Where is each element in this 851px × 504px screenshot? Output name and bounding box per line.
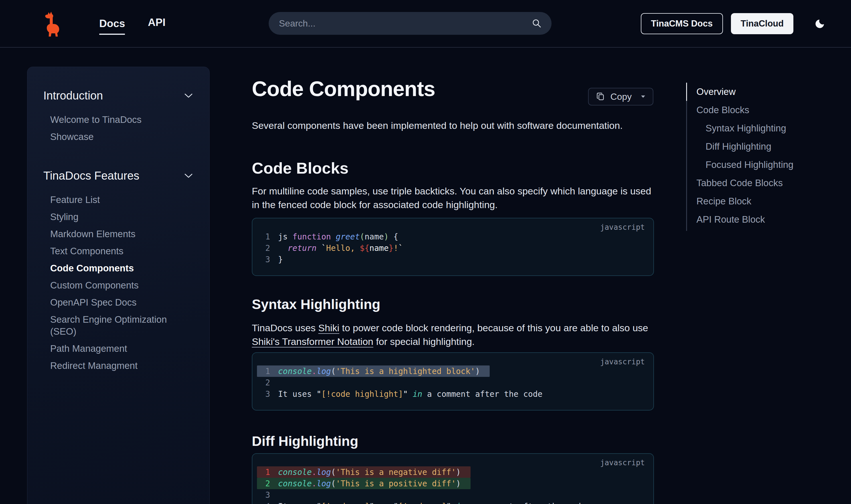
sidebar-item-text-components[interactable]: Text Components xyxy=(50,242,190,260)
sidebar-item-path-management[interactable]: Path Management xyxy=(50,340,190,357)
code-line: 4It uses "[!code --]" or "[!code ++]" in… xyxy=(257,501,596,504)
sidebar-item-styling[interactable]: Styling xyxy=(50,209,190,226)
code-block: javascript 1js function greet(name) {2 r… xyxy=(252,218,654,276)
sidebar-item-seo[interactable]: Search Engine Optimization (SEO) xyxy=(50,311,190,340)
code-line: 1js function greet(name) { xyxy=(257,231,408,242)
code-lines: 1js function greet(name) {2 return `Hell… xyxy=(252,231,653,265)
sidebar-item-feature-list[interactable]: Feature List xyxy=(50,191,190,209)
code-language-label: javascript xyxy=(600,358,645,366)
sidebar-section-header-introduction[interactable]: Introduction xyxy=(43,89,209,102)
code-line: 1console.log('This is a highlighted bloc… xyxy=(257,365,490,377)
syntax-paragraph-text: for special highlighting. xyxy=(373,336,475,347)
caret-down-icon xyxy=(641,95,645,98)
moon-icon xyxy=(815,18,825,29)
search-input[interactable] xyxy=(278,18,532,29)
toc-list: Overview Code Blocks Syntax Highlighting… xyxy=(686,83,851,229)
toc-item-focused-highlighting[interactable]: Focused Highlighting xyxy=(686,156,851,174)
toc-rule xyxy=(686,83,687,231)
sidebar-item-list: Welcome to TinaDocs Showcase xyxy=(43,111,209,145)
theme-toggle-button[interactable] xyxy=(815,18,825,29)
tinacloud-button[interactable]: TinaCloud xyxy=(731,13,793,34)
intro-paragraph: Several components have been implemented… xyxy=(252,119,654,132)
code-line: 2 return `Hello, ${name}!` xyxy=(257,242,413,254)
shiki-link[interactable]: Shiki xyxy=(318,322,339,333)
code-lines: 1console.log('This is a negative diff')2… xyxy=(252,466,653,504)
toc-item-diff-highlighting[interactable]: Diff Highlighting xyxy=(686,138,851,156)
heading-code-blocks: Code Blocks xyxy=(252,159,654,178)
code-lines: 1console.log('This is a highlighted bloc… xyxy=(252,365,653,400)
llama-logo-icon[interactable] xyxy=(43,12,61,37)
syntax-paragraph-text: to power code block rendering, because o… xyxy=(339,322,648,333)
doc-content: Code Components Copy Several components … xyxy=(252,66,654,504)
code-line: 2 xyxy=(257,377,301,388)
code-line: 1console.log('This is a negative diff') xyxy=(257,466,471,478)
title-row: Code Components Copy xyxy=(252,76,654,102)
code-blocks-paragraph: For multiline code samples, use triple b… xyxy=(252,184,654,212)
sidebar-section-title: TinaDocs Features xyxy=(43,169,139,182)
code-block: javascript 1console.log('This is a negat… xyxy=(252,453,654,504)
sidebar-section-header-features[interactable]: TinaDocs Features xyxy=(43,169,209,182)
code-line: 2console.log('This is a positive diff') xyxy=(257,478,471,489)
code-language-label: javascript xyxy=(600,458,645,467)
primary-nav: Docs API xyxy=(99,0,165,47)
sidebar-item-code-components[interactable]: Code Components xyxy=(50,260,190,277)
code-line: 3 xyxy=(257,489,301,501)
syntax-paragraph-text: TinaDocs uses xyxy=(252,322,318,333)
sidebar-item-markdown-elements[interactable]: Markdown Elements xyxy=(50,226,190,242)
sidebar-item-custom-components[interactable]: Custom Components xyxy=(50,277,190,294)
toc-item-overview[interactable]: Overview xyxy=(686,83,851,101)
code-line: 3It uses "[!code highlight]" in a commen… xyxy=(257,388,552,400)
sidebar-item-welcome[interactable]: Welcome to TinaDocs xyxy=(50,111,190,128)
copy-button[interactable]: Copy xyxy=(588,88,653,106)
code-block: javascript 1console.log('This is a highl… xyxy=(252,352,654,411)
heading-diff-highlighting: Diff Highlighting xyxy=(252,433,654,450)
sidebar-item-showcase[interactable]: Showcase xyxy=(50,128,190,145)
tinadocs-page: { "navbar": { "links": [ {"label": "Docs… xyxy=(0,0,851,504)
nav-link-api[interactable]: API xyxy=(148,17,165,31)
sidebar-section-introduction: Introduction Welcome to TinaDocs Showcas… xyxy=(43,89,209,145)
top-navbar: Docs API TinaCMS Docs TinaCloud xyxy=(0,0,851,48)
sidebar-item-openapi-spec-docs[interactable]: OpenAPI Spec Docs xyxy=(50,294,190,311)
sidebar-item-list: Feature List Styling Markdown Elements T… xyxy=(43,191,209,374)
search-bar[interactable] xyxy=(269,12,552,35)
toc-item-tabbed-code-blocks[interactable]: Tabbed Code Blocks xyxy=(686,174,851,192)
tinacms-docs-button[interactable]: TinaCMS Docs xyxy=(641,13,723,34)
syntax-paragraph: TinaDocs uses Shiki to power code block … xyxy=(252,321,654,348)
shiki-transformer-notation-link[interactable]: Shiki's Transformer Notation xyxy=(252,336,373,347)
search-icon[interactable] xyxy=(532,18,542,29)
chevron-down-icon xyxy=(184,93,193,98)
toc-item-code-blocks[interactable]: Code Blocks xyxy=(686,101,851,119)
heading-syntax-highlighting: Syntax Highlighting xyxy=(252,296,654,313)
sidebar-section-features: TinaDocs Features Feature List Styling M… xyxy=(43,169,209,374)
table-of-contents: Overview Code Blocks Syntax Highlighting… xyxy=(686,83,851,229)
code-line: 3} xyxy=(257,254,301,265)
code-language-label: javascript xyxy=(600,223,645,232)
copy-icon xyxy=(596,92,605,102)
nav-link-docs[interactable]: Docs xyxy=(99,18,125,35)
navbar-actions: TinaCMS Docs TinaCloud xyxy=(641,0,825,47)
copy-button-label: Copy xyxy=(610,91,632,102)
toc-item-api-route-block[interactable]: API Route Block xyxy=(686,210,851,229)
sidebar-item-redirect-managment[interactable]: Redirect Managment xyxy=(50,357,190,374)
toc-item-recipe-block[interactable]: Recipe Block xyxy=(686,192,851,210)
toc-item-syntax-highlighting[interactable]: Syntax Highlighting xyxy=(686,119,851,138)
docs-sidebar: Introduction Welcome to TinaDocs Showcas… xyxy=(27,67,210,504)
chevron-down-icon xyxy=(184,173,193,178)
toc-active-indicator xyxy=(686,83,687,101)
sidebar-section-title: Introduction xyxy=(43,89,103,102)
